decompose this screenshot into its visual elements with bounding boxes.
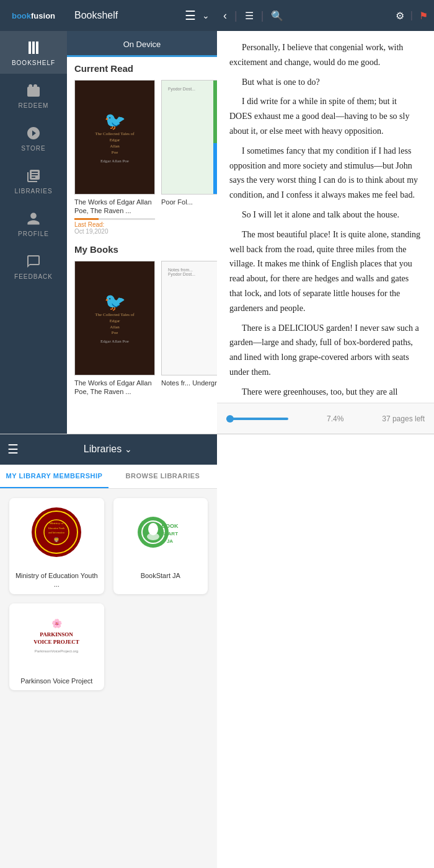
sidebar-item-bookshelf[interactable]: BOOKSHELF	[0, 31, 67, 74]
svg-text:ParkinsonVoiceProject.org: ParkinsonVoiceProject.org	[35, 649, 78, 653]
book-cover-poe: 🐦 The Collected Tales ofEdgarAllanPoe Ed…	[74, 80, 155, 195]
reader-search-icon[interactable]: 🔍	[271, 10, 283, 22]
bookshelf-icon	[24, 38, 43, 57]
my-books-section: My Books 🐦 The Collected Tales ofEdgarAl…	[74, 244, 210, 397]
parkinson-name: Parkinson Voice Project	[9, 672, 104, 690]
reader-para-2: But what is one to do?	[229, 75, 422, 90]
parkinson-logo-container: 🌸 PARKINSON VOICE PROJECT ParkinsonVoice…	[9, 603, 104, 672]
last-read-date-poe: Oct 19,2020	[74, 228, 155, 235]
ministry-logo-container: Ministry of Education Youth and Informat…	[9, 498, 104, 566]
book-title-poe-my: The Works of Edgar Allan Poe, The Raven …	[74, 379, 155, 397]
svg-text:PARKINSON: PARKINSON	[40, 631, 74, 638]
reader-toc-icon[interactable]: ☰	[245, 10, 254, 22]
svg-text:START: START	[162, 531, 178, 537]
svg-text:BOOK: BOOK	[161, 523, 179, 529]
svg-point-9	[147, 533, 159, 540]
reader-nav-icons: ‹ | ☰ | 🔍	[223, 9, 283, 22]
sidebar: bookfusion BOOKSHELF REDEEM STORE	[0, 0, 67, 434]
svg-text:VOICE PROJECT: VOICE PROJECT	[33, 639, 79, 645]
library-card-parkinson[interactable]: 🌸 PARKINSON VOICE PROJECT ParkinsonVoice…	[9, 603, 104, 690]
libraries-icon	[24, 167, 43, 185]
reader-header: ‹ | ☰ | 🔍 ⚙ | ⚑	[217, 0, 434, 31]
reader-para-4: I sometimes fancy that my condition if I…	[229, 144, 422, 203]
bookshelf-main: Bookshelf ☰ ⌄ On Device Current Read 🐦	[67, 0, 217, 434]
bookstart-logo-container: BOOK START JA	[113, 498, 208, 566]
reader-para-1: Personally, I believe that congenial wor…	[229, 40, 422, 70]
book-card-poe-current[interactable]: 🐦 The Collected Tales ofEdgarAllanPoe Ed…	[74, 80, 155, 235]
libraries-hamburger-icon[interactable]: ☰	[7, 442, 19, 457]
reader-bookmark-icon[interactable]: ⚑	[419, 10, 428, 22]
reader-para-5: So I will let it alone and talk about th…	[229, 208, 422, 222]
panel-separator	[0, 434, 434, 434]
book-card-notes-my[interactable]: Notes from... Fyodor Dost... Notes fr...…	[161, 261, 217, 397]
libraries-chevron-icon[interactable]: ⌄	[125, 444, 132, 454]
sidebar-label-store: STORE	[21, 145, 45, 152]
library-tabs: MY LIBRARY MEMBERSHIP BROWSE LIBRARIES	[0, 465, 217, 489]
svg-text:and Information: and Information	[48, 531, 64, 534]
ministry-logo: Ministry of Education Youth and Informat…	[32, 507, 81, 557]
app-logo: bookfusion	[0, 0, 67, 31]
sidebar-item-redeem[interactable]: REDEEM	[0, 74, 67, 116]
libraries-panel: ☰ Libraries ⌄ MY LIBRARY MEMBERSHIP BROW…	[0, 434, 217, 868]
reader-divider-2: |	[261, 9, 264, 22]
current-read-section-title: Current Read	[74, 63, 210, 74]
feedback-icon	[24, 252, 43, 271]
sidebar-item-libraries[interactable]: LIBRARIES	[0, 159, 67, 202]
tab-browse-libraries[interactable]: BROWSE LIBRARIES	[108, 465, 217, 488]
tab-on-device[interactable]: On Device	[67, 40, 217, 57]
bookstart-name: BookStart JA	[113, 566, 208, 585]
book-cover-poe-my: 🐦 The Collected Tales ofEdgarAllanPoe Ed…	[74, 261, 155, 375]
current-read-row: 🐦 The Collected Tales ofEdgarAllanPoe Ed…	[74, 80, 210, 235]
reader-panel: ‹ | ☰ | 🔍 ⚙ | ⚑ Personally, I believe th…	[217, 0, 434, 434]
sidebar-label-feedback: FEEDBACK	[14, 273, 53, 280]
reader-back-icon[interactable]: ‹	[223, 9, 227, 22]
reader-divider-1: |	[234, 9, 237, 22]
progress-bar-poe	[74, 218, 155, 220]
reader-para-3: I did write for a while in spite of them…	[229, 94, 422, 138]
menu-icon[interactable]: ☰	[185, 8, 196, 23]
book-card-poe-my[interactable]: 🐦 The Collected Tales ofEdgarAllanPoe Ed…	[74, 261, 155, 397]
book-title-notes-my: Notes fr... Undergr...	[161, 379, 217, 387]
reading-progress-slider[interactable]	[226, 418, 288, 420]
sidebar-label-bookshelf: BOOKSHELF	[12, 59, 55, 66]
library-grid: Ministry of Education Youth and Informat…	[0, 489, 217, 699]
book-title-poe-current: The Works of Edgar Allan Poe, The Raven …	[74, 198, 155, 216]
bookshelf-tabs: On Device	[67, 31, 217, 57]
reader-divider-3: |	[410, 10, 413, 21]
book-title-poor-current: Poor Fol...	[161, 198, 217, 206]
reader-para-7: There is a DELICIOUS garden! I never saw…	[229, 321, 422, 380]
libraries-header: ☰ Libraries ⌄	[0, 434, 217, 465]
reader-para-6: The most beautiful place! It is quite al…	[229, 227, 422, 316]
sidebar-item-feedback[interactable]: FEEDBACK	[0, 245, 67, 287]
chevron-down-icon[interactable]: ⌄	[202, 11, 210, 20]
library-card-bookstart[interactable]: BOOK START JA BookStart JA	[113, 498, 208, 594]
reader-footer: 7.4% 37 pages left	[217, 403, 434, 434]
svg-text:Ministry of: Ministry of	[50, 522, 64, 525]
ministry-name: Ministry of Education Youth ...	[9, 566, 104, 594]
book-cover-notes: Notes from... Fyodor Dost...	[161, 261, 217, 375]
poe-raven-icon: 🐦	[104, 111, 126, 131]
reader-para-8: There were greenhouses, too, but they ar…	[229, 385, 422, 403]
svg-text:JA: JA	[167, 538, 173, 544]
my-books-section-title: My Books	[74, 244, 210, 255]
progress-fill-poe	[74, 218, 99, 220]
progress-thumb	[226, 415, 234, 423]
tab-my-library[interactable]: MY LIBRARY MEMBERSHIP	[0, 465, 108, 488]
book-cover-poor: Fyodor Dost...	[161, 80, 217, 195]
book-card-poor-current[interactable]: Fyodor Dost... Poor Fol...	[161, 80, 217, 235]
reader-pages-left: 37 pages left	[382, 414, 425, 423]
svg-text:🦁: 🦁	[53, 537, 60, 543]
bookshelf-title: Bookshelf	[74, 10, 118, 21]
libraries-title: Libraries	[84, 444, 122, 455]
svg-text:🌸: 🌸	[51, 618, 63, 629]
profile-icon	[24, 209, 43, 228]
redeem-icon	[24, 81, 43, 100]
sidebar-item-store[interactable]: STORE	[0, 116, 67, 159]
sidebar-label-redeem: REDEEM	[19, 102, 49, 109]
store-icon	[24, 124, 43, 142]
reader-settings-icon[interactable]: ⚙	[396, 10, 404, 22]
bookshelf-header: Bookshelf ☰ ⌄	[67, 0, 217, 31]
sidebar-item-profile[interactable]: PROFILE	[0, 202, 67, 245]
library-card-ministry[interactable]: Ministry of Education Youth and Informat…	[9, 498, 104, 594]
sidebar-label-profile: PROFILE	[18, 230, 49, 237]
